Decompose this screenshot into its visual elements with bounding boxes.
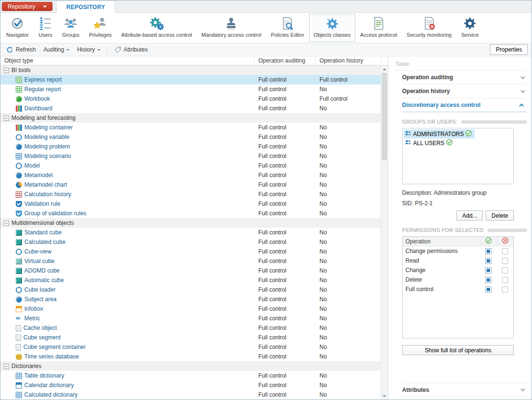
operation-auditing-value: Full control xyxy=(255,323,316,333)
ribbon-item-privileges[interactable]: Privileges xyxy=(84,14,117,42)
validation-rule-icon xyxy=(16,201,22,207)
group-row[interactable]: Dictionaries xyxy=(0,361,381,371)
table-row[interactable]: Express reportFull controlFull control xyxy=(0,75,381,84)
tab-repository[interactable]: REPOSITORY xyxy=(56,0,115,13)
table-row[interactable]: Standard cubeFull controlNo xyxy=(0,228,381,237)
group-people-icon xyxy=(404,130,412,138)
ribbon-item-objects-classes[interactable]: Objects classes xyxy=(309,14,355,42)
groups-or-users-list[interactable]: ADMINISTRATORSALL USERS xyxy=(402,128,514,184)
table-row[interactable]: Metamodel chartFull controlNo xyxy=(0,180,381,189)
operation-auditing-value: Full control xyxy=(255,228,316,237)
scrollbar-thumb[interactable] xyxy=(382,73,387,160)
operation-history-value: No xyxy=(316,151,381,161)
permission-row: Delete xyxy=(403,275,513,284)
table-row[interactable]: Calendar dictionaryFull controlNo xyxy=(0,380,381,390)
group-list-item[interactable]: ALL USERS xyxy=(404,138,512,147)
ribbon-item-mandatory-access-control[interactable]: Mandatory access control xyxy=(197,14,266,42)
ribbon-item-users[interactable]: Users xyxy=(33,14,57,42)
table-row[interactable]: Calculation historyFull controlNo xyxy=(0,189,381,199)
allow-checkbox[interactable] xyxy=(485,267,491,274)
table-row[interactable]: Validation ruleFull controlNo xyxy=(0,199,381,209)
attributes-button[interactable]: Attributes xyxy=(110,45,152,55)
deny-checkbox[interactable] xyxy=(502,286,508,293)
group-row[interactable]: Multidimensional objects xyxy=(0,218,381,228)
table-row[interactable]: Calculated dictionaryFull controlNo xyxy=(0,390,381,400)
table-row[interactable]: Virtual cubeFull controlNo xyxy=(0,256,381,266)
collapse-expander-icon[interactable] xyxy=(4,221,9,226)
table-row[interactable]: Cube segment containerFull controlNo xyxy=(0,342,381,352)
table-row[interactable]: Modeling problemFull controlNo xyxy=(0,142,381,151)
auditing-dropdown[interactable]: Auditing xyxy=(40,45,73,54)
section-attributes[interactable]: Attributes xyxy=(402,383,527,397)
table-row[interactable]: Time series databaseFull controlNo xyxy=(0,352,381,361)
ribbon-item-access-protocol[interactable]: Access protocol xyxy=(355,14,402,42)
refresh-button[interactable]: Refresh xyxy=(2,45,40,55)
table-row[interactable]: Cache objectFull controlNo xyxy=(0,323,381,333)
ribbon-item-navigator[interactable]: Navigator xyxy=(1,14,33,42)
table-row[interactable]: Group of validation rulesFull controlNo xyxy=(0,209,381,218)
scroll-up-button[interactable] xyxy=(381,65,388,72)
operation-history-value: No xyxy=(316,170,381,180)
deny-checkbox[interactable] xyxy=(502,277,508,283)
scrollbar-corner xyxy=(381,56,388,65)
table-scrollbar[interactable] xyxy=(381,56,388,400)
collapse-expander-icon[interactable] xyxy=(4,364,9,369)
column-operation-history[interactable]: Operation history xyxy=(316,56,381,65)
table-row[interactable]: Modeling variableFull controlNo xyxy=(0,132,381,142)
table-row[interactable]: Automatic cubeFull controlNo xyxy=(0,275,381,285)
operation-history-value: No xyxy=(316,390,381,400)
group-row[interactable]: Modeling and forecasting xyxy=(0,113,381,123)
properties-button[interactable]: Properties xyxy=(490,44,528,55)
table-row[interactable]: WorkbookFull controlFull control xyxy=(0,94,381,104)
allow-checkbox[interactable] xyxy=(485,248,491,254)
table-row[interactable]: Regular reportFull controlNo xyxy=(0,84,381,94)
group-row[interactable]: BI tools xyxy=(0,65,381,75)
table-row[interactable]: Cube loaderFull controlNo xyxy=(0,285,381,295)
save-button[interactable]: Save xyxy=(395,57,527,71)
table-row[interactable]: Subject areaFull controlNo xyxy=(0,295,381,304)
delete-button[interactable]: Delete xyxy=(486,211,514,221)
history-dropdown[interactable]: History xyxy=(73,45,104,54)
scroll-down-button[interactable] xyxy=(381,393,388,400)
section-operation-auditing[interactable]: Operation auditing xyxy=(402,71,527,84)
chevron-down-icon xyxy=(66,49,69,52)
modeling-container-icon xyxy=(16,125,22,131)
deny-checkbox[interactable] xyxy=(502,248,508,254)
table-row[interactable]: InfoboxFull controlNo xyxy=(0,304,381,314)
section-operation-history[interactable]: Operation history xyxy=(402,84,527,98)
allow-checkbox[interactable] xyxy=(485,277,491,283)
deny-checkbox[interactable] xyxy=(502,267,508,274)
table-row[interactable]: ADOMD cubeFull controlNo xyxy=(0,266,381,275)
table-row[interactable]: Modeling containerFull controlNo xyxy=(0,123,381,132)
table-body: BI toolsExpress reportFull controlFull c… xyxy=(0,65,381,400)
table-row[interactable]: ModelFull controlNo xyxy=(0,161,381,170)
deny-checkbox[interactable] xyxy=(502,258,508,264)
column-operation-auditing[interactable]: Operation auditing xyxy=(255,56,316,65)
allow-checkbox[interactable] xyxy=(485,286,491,293)
column-object-type[interactable]: Object type xyxy=(0,56,255,65)
table-row[interactable]: MetricFull controlNo xyxy=(0,314,381,323)
group-list-item[interactable]: ADMINISTRATORS xyxy=(404,129,512,138)
ribbon-item-service[interactable]: Service xyxy=(457,14,484,42)
operation-auditing-value: Full control xyxy=(255,333,316,342)
section-discretionary-access-control[interactable]: Discretionary access control xyxy=(402,98,527,112)
ribbon-item-security-monitoring[interactable]: Security monitoring xyxy=(402,14,457,42)
collapse-expander-icon[interactable] xyxy=(4,68,9,73)
collapse-expander-icon[interactable] xyxy=(4,116,9,121)
allow-checkbox[interactable] xyxy=(485,258,491,264)
table-row[interactable]: Calculated cubeFull controlNo xyxy=(0,237,381,247)
add-button[interactable]: Add... xyxy=(457,211,483,221)
table-row[interactable]: Modeling scenarioFull controlNo xyxy=(0,151,381,161)
table-row[interactable]: DashboardFull controlNo xyxy=(0,104,381,113)
ribbon-item-groups[interactable]: Groups xyxy=(57,14,84,42)
table-row[interactable]: Cube segmentFull controlNo xyxy=(0,333,381,342)
ribbon-item-policies-editor[interactable]: Policies Editor xyxy=(266,14,309,42)
scrollbar-track[interactable] xyxy=(381,72,388,393)
main-area: Object type Operation auditing Operation… xyxy=(0,56,532,400)
table-row[interactable]: Table dictionaryFull controlNo xyxy=(0,371,381,380)
table-row[interactable]: MetamodelFull controlNo xyxy=(0,170,381,180)
repository-menu-button[interactable]: Repository xyxy=(2,2,53,11)
ribbon-item-attribute-based-access-control[interactable]: Attribute-based access control xyxy=(117,14,197,42)
table-row[interactable]: Cube-viewFull controlNo xyxy=(0,247,381,256)
show-full-list-button[interactable]: Show full list of operations xyxy=(402,345,514,355)
